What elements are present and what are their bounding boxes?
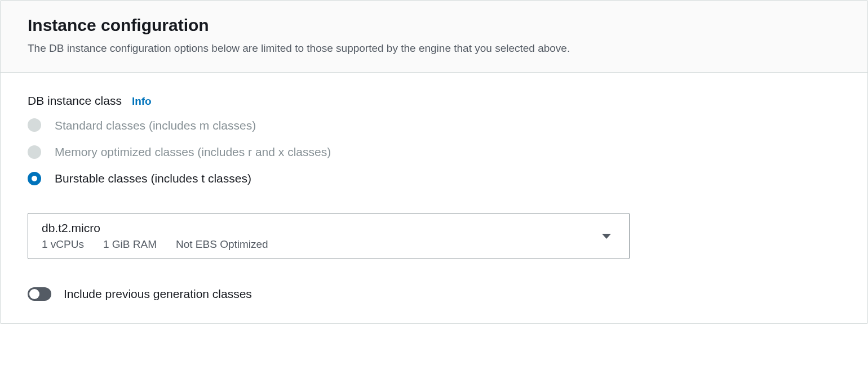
radio-icon — [28, 118, 41, 132]
radio-icon — [28, 145, 41, 159]
select-meta: 1 vCPUs 1 GiB RAM Not EBS Optimized — [42, 238, 268, 251]
info-link[interactable]: Info — [132, 95, 152, 108]
select-ram: 1 GiB RAM — [103, 238, 157, 251]
panel-body: DB instance class Info Standard classes … — [1, 73, 867, 324]
instance-configuration-panel: Instance configuration The DB instance c… — [0, 0, 868, 324]
select-vcpus: 1 vCPUs — [42, 238, 84, 251]
panel-header: Instance configuration The DB instance c… — [1, 1, 867, 73]
chevron-down-icon — [602, 234, 611, 239]
previous-gen-toggle[interactable] — [28, 287, 51, 301]
select-content: db.t2.micro 1 vCPUs 1 GiB RAM Not EBS Op… — [42, 221, 268, 251]
instance-class-select[interactable]: db.t2.micro 1 vCPUs 1 GiB RAM Not EBS Op… — [28, 213, 630, 259]
instance-class-radio-group: Standard classes (includes m classes) Me… — [28, 118, 840, 186]
radio-label-burstable: Burstable classes (includes t classes) — [55, 171, 251, 186]
panel-description: The DB instance configuration options be… — [28, 41, 840, 56]
radio-label-standard: Standard classes (includes m classes) — [55, 118, 256, 133]
previous-gen-toggle-row: Include previous generation classes — [28, 287, 840, 301]
radio-burstable-classes[interactable]: Burstable classes (includes t classes) — [28, 171, 840, 186]
radio-icon-selected — [28, 172, 41, 185]
radio-standard-classes: Standard classes (includes m classes) — [28, 118, 840, 133]
db-instance-class-label: DB instance class — [28, 94, 122, 108]
select-ebs: Not EBS Optimized — [176, 238, 268, 251]
select-value: db.t2.micro — [42, 221, 268, 235]
radio-memory-optimized-classes: Memory optimized classes (includes r and… — [28, 144, 840, 159]
field-label-row: DB instance class Info — [28, 94, 840, 108]
radio-label-memory: Memory optimized classes (includes r and… — [55, 144, 331, 159]
panel-title: Instance configuration — [28, 15, 840, 35]
toggle-knob — [29, 289, 39, 299]
previous-gen-toggle-label: Include previous generation classes — [64, 287, 252, 301]
